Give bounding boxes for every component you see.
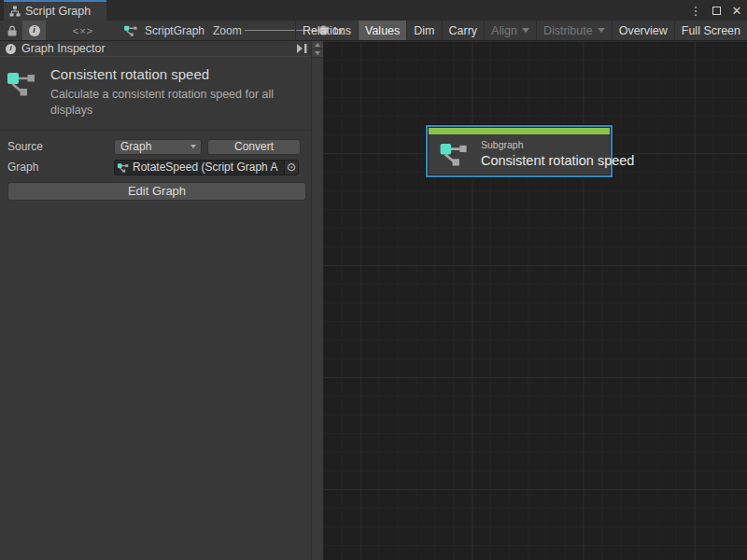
distribute-dropdown-button[interactable]: Distribute (536, 21, 612, 40)
node-title: Consistent rotation speed (481, 153, 634, 168)
info-icon: i (29, 25, 40, 36)
relations-button[interactable]: Relations (295, 21, 358, 40)
lock-icon (7, 25, 17, 36)
graph-node-icon (440, 141, 472, 166)
source-dropdown[interactable]: Graph (114, 139, 202, 155)
inspector-toggle-button[interactable]: i (22, 21, 46, 40)
inspector-scrollbar[interactable] (311, 41, 323, 560)
object-picker-icon[interactable]: ⊙ (284, 161, 298, 175)
dropdown-arrow-icon (190, 145, 196, 148)
full-screen-button[interactable]: Full Screen (674, 21, 747, 40)
node-header-bar (429, 128, 610, 134)
graph-field-label: Graph (0, 161, 114, 174)
current-graph-indicator: ScriptGraph (124, 21, 204, 40)
graph-node-icon (118, 162, 130, 173)
scroll-up-button[interactable] (312, 41, 323, 49)
graph-node-icon (7, 69, 39, 97)
dropdown-arrow-icon (522, 28, 529, 33)
script-graph-window-icon (9, 6, 21, 17)
convert-button[interactable]: Convert (207, 139, 301, 155)
code-icon: <×> (73, 25, 93, 36)
graph-toolbar: i <×> ScriptGraph Zoom 1x Relations Valu… (0, 21, 747, 41)
graph-description: Calculate a consistent rotation speed fo… (50, 87, 310, 119)
node-type-label: Subgraph (481, 139, 634, 150)
info-icon: i (6, 44, 16, 54)
toolbar-button-group: Relations Values Dim Carry Align Distrib… (295, 21, 747, 40)
window-maximize-icon[interactable] (708, 2, 725, 19)
lock-button[interactable] (4, 21, 21, 40)
graph-canvas[interactable]: Subgraph Consistent rotation speed (323, 41, 747, 560)
graph-title: Consistent rotation speed (50, 66, 310, 82)
tab-script-graph[interactable]: Script Graph (4, 0, 106, 21)
subgraph-node[interactable]: Subgraph Consistent rotation speed (428, 127, 611, 175)
carry-button[interactable]: Carry (442, 21, 485, 40)
graph-object-field[interactable]: RotateSpeed (Script Graph A ⊙ (114, 160, 299, 175)
overview-button[interactable]: Overview (612, 21, 674, 40)
window-tab-bar: Script Graph ⋮ ✕ (0, 0, 747, 21)
graph-object-value: RotateSpeed (Script Graph A (133, 161, 277, 174)
inspector-header: i Graph Inspector (0, 41, 311, 57)
inspector-header-title: Graph Inspector (21, 42, 106, 55)
graph-inspector-panel: i Graph Inspector Consistent rotation sp… (0, 41, 311, 560)
maximize-panel-icon[interactable] (297, 44, 308, 53)
scroll-down-button[interactable] (312, 49, 323, 58)
arrow-down-icon (315, 51, 320, 55)
window-menu-icon[interactable]: ⋮ (687, 2, 704, 19)
tab-title: Script Graph (25, 5, 91, 18)
code-preview-button[interactable]: <×> (65, 21, 101, 40)
window-close-icon[interactable]: ✕ (728, 2, 745, 19)
dim-button[interactable]: Dim (406, 21, 441, 40)
zoom-label: Zoom (213, 21, 242, 40)
graph-node-icon (124, 24, 139, 36)
current-graph-name: ScriptGraph (145, 24, 204, 37)
values-button[interactable]: Values (358, 21, 406, 40)
graph-summary: Consistent rotation speed Calculate a co… (0, 57, 311, 128)
align-dropdown-button[interactable]: Align (484, 21, 536, 40)
source-label: Source (0, 140, 114, 153)
dropdown-arrow-icon (598, 28, 605, 33)
arrow-up-icon (315, 43, 320, 47)
edit-graph-button[interactable]: Edit Graph (7, 182, 306, 201)
